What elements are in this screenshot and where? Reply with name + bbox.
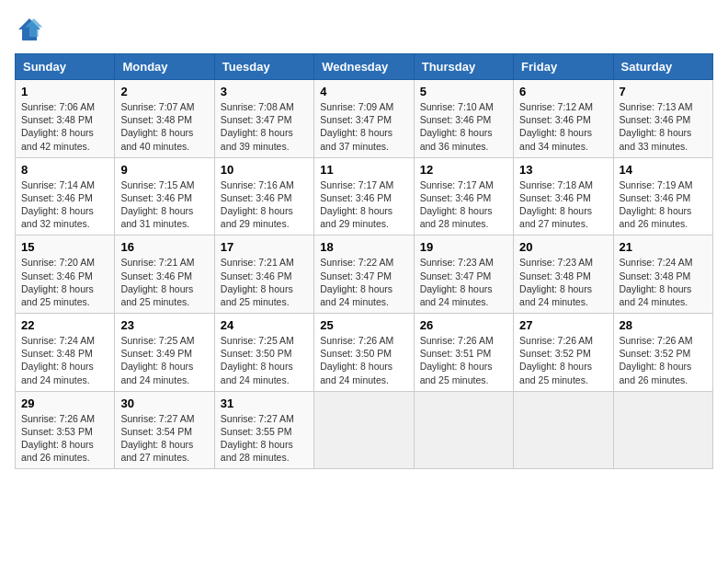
day-number: 6	[519, 85, 607, 98]
calendar-cell: 4 Sunrise: 7:09 AMSunset: 3:47 PMDayligh…	[314, 80, 414, 158]
day-number: 3	[221, 85, 308, 98]
calendar-cell: 26 Sunrise: 7:26 AMSunset: 3:51 PMDaylig…	[414, 314, 513, 392]
day-number: 11	[320, 163, 407, 177]
cell-info: Sunrise: 7:26 AMSunset: 3:51 PMDaylight:…	[420, 335, 494, 385]
day-number: 19	[420, 240, 507, 254]
day-number: 4	[320, 85, 407, 98]
week-row-5: 29 Sunrise: 7:26 AMSunset: 3:53 PMDaylig…	[16, 391, 713, 469]
day-number: 17	[221, 240, 308, 254]
day-number: 2	[120, 85, 208, 98]
cell-info: Sunrise: 7:10 AMSunset: 3:46 PMDaylight:…	[420, 101, 494, 152]
day-number: 18	[320, 240, 407, 254]
calendar-cell: 9 Sunrise: 7:15 AMSunset: 3:46 PMDayligh…	[115, 157, 214, 236]
day-number: 10	[221, 163, 308, 177]
calendar-cell: 30 Sunrise: 7:27 AMSunset: 3:54 PMDaylig…	[115, 391, 214, 469]
cell-info: Sunrise: 7:26 AMSunset: 3:52 PMDaylight:…	[620, 335, 693, 385]
calendar-cell: 10 Sunrise: 7:16 AMSunset: 3:46 PMDaylig…	[214, 157, 313, 236]
header-saturday: Saturday	[613, 54, 712, 80]
calendar-cell: 28 Sunrise: 7:26 AMSunset: 3:52 PMDaylig…	[613, 314, 712, 392]
day-number: 23	[120, 318, 208, 332]
cell-info: Sunrise: 7:16 AMSunset: 3:46 PMDaylight:…	[221, 179, 294, 230]
day-number: 1	[21, 85, 108, 98]
cell-info: Sunrise: 7:08 AMSunset: 3:47 PMDaylight:…	[221, 101, 294, 152]
week-row-2: 8 Sunrise: 7:14 AMSunset: 3:46 PMDayligh…	[16, 157, 713, 236]
cell-info: Sunrise: 7:12 AMSunset: 3:46 PMDaylight:…	[519, 101, 593, 152]
cell-info: Sunrise: 7:27 AMSunset: 3:54 PMDaylight:…	[120, 413, 194, 464]
logo-icon	[15, 15, 44, 44]
calendar-cell: 27 Sunrise: 7:26 AMSunset: 3:52 PMDaylig…	[514, 314, 613, 392]
day-number: 22	[21, 318, 108, 332]
cell-info: Sunrise: 7:24 AMSunset: 3:48 PMDaylight:…	[21, 335, 95, 385]
day-number: 5	[420, 85, 507, 98]
cell-info: Sunrise: 7:07 AMSunset: 3:48 PMDaylight:…	[120, 101, 194, 152]
week-row-3: 15 Sunrise: 7:20 AMSunset: 3:46 PMDaylig…	[16, 236, 713, 314]
calendar-cell: 12 Sunrise: 7:17 AMSunset: 3:46 PMDaylig…	[414, 157, 513, 236]
cell-info: Sunrise: 7:21 AMSunset: 3:46 PMDaylight:…	[120, 257, 194, 307]
cell-info: Sunrise: 7:23 AMSunset: 3:47 PMDaylight:…	[420, 257, 494, 307]
calendar-cell: 6 Sunrise: 7:12 AMSunset: 3:46 PMDayligh…	[514, 80, 613, 158]
cell-info: Sunrise: 7:17 AMSunset: 3:46 PMDaylight:…	[420, 179, 494, 230]
header-thursday: Thursday	[414, 54, 513, 80]
logo	[15, 15, 48, 44]
day-number: 14	[620, 163, 707, 177]
day-number: 27	[519, 318, 607, 332]
cell-info: Sunrise: 7:26 AMSunset: 3:52 PMDaylight:…	[519, 335, 593, 385]
day-number: 13	[519, 163, 607, 177]
cell-info: Sunrise: 7:26 AMSunset: 3:53 PMDaylight:…	[21, 413, 95, 464]
calendar-cell: 3 Sunrise: 7:08 AMSunset: 3:47 PMDayligh…	[214, 80, 313, 158]
calendar-cell: 13 Sunrise: 7:18 AMSunset: 3:46 PMDaylig…	[514, 157, 613, 236]
cell-info: Sunrise: 7:25 AMSunset: 3:49 PMDaylight:…	[120, 335, 194, 385]
calendar-cell: 24 Sunrise: 7:25 AMSunset: 3:50 PMDaylig…	[214, 314, 313, 392]
cell-info: Sunrise: 7:20 AMSunset: 3:46 PMDaylight:…	[21, 257, 95, 307]
page-header	[15, 15, 713, 44]
cell-info: Sunrise: 7:17 AMSunset: 3:46 PMDaylight:…	[320, 179, 393, 230]
day-number: 28	[620, 318, 707, 332]
day-number: 30	[120, 396, 208, 410]
calendar-cell: 17 Sunrise: 7:21 AMSunset: 3:46 PMDaylig…	[214, 236, 313, 314]
calendar-cell	[414, 391, 513, 469]
cell-info: Sunrise: 7:22 AMSunset: 3:47 PMDaylight:…	[320, 257, 393, 307]
week-row-4: 22 Sunrise: 7:24 AMSunset: 3:48 PMDaylig…	[16, 314, 713, 392]
calendar-cell: 22 Sunrise: 7:24 AMSunset: 3:48 PMDaylig…	[16, 314, 115, 392]
header-tuesday: Tuesday	[214, 54, 313, 80]
calendar-cell: 21 Sunrise: 7:24 AMSunset: 3:48 PMDaylig…	[613, 236, 712, 314]
calendar-table: SundayMondayTuesdayWednesdayThursdayFrid…	[15, 53, 713, 469]
cell-info: Sunrise: 7:13 AMSunset: 3:46 PMDaylight:…	[620, 101, 693, 152]
calendar-cell: 20 Sunrise: 7:23 AMSunset: 3:48 PMDaylig…	[514, 236, 613, 314]
day-number: 12	[420, 163, 507, 177]
calendar-cell: 7 Sunrise: 7:13 AMSunset: 3:46 PMDayligh…	[613, 80, 712, 158]
day-number: 31	[221, 396, 308, 410]
day-number: 29	[21, 396, 108, 410]
cell-info: Sunrise: 7:24 AMSunset: 3:48 PMDaylight:…	[620, 257, 693, 307]
cell-info: Sunrise: 7:19 AMSunset: 3:46 PMDaylight:…	[620, 179, 693, 230]
day-number: 20	[519, 240, 607, 254]
calendar-cell: 19 Sunrise: 7:23 AMSunset: 3:47 PMDaylig…	[414, 236, 513, 314]
header-friday: Friday	[514, 54, 613, 80]
calendar-cell: 1 Sunrise: 7:06 AMSunset: 3:48 PMDayligh…	[16, 80, 115, 158]
calendar-cell: 14 Sunrise: 7:19 AMSunset: 3:46 PMDaylig…	[613, 157, 712, 236]
calendar-cell: 2 Sunrise: 7:07 AMSunset: 3:48 PMDayligh…	[115, 80, 214, 158]
header-wednesday: Wednesday	[314, 54, 414, 80]
header-sunday: Sunday	[16, 54, 115, 80]
cell-info: Sunrise: 7:06 AMSunset: 3:48 PMDaylight:…	[21, 101, 95, 152]
calendar-header-row: SundayMondayTuesdayWednesdayThursdayFrid…	[16, 54, 713, 80]
calendar-cell: 16 Sunrise: 7:21 AMSunset: 3:46 PMDaylig…	[115, 236, 214, 314]
cell-info: Sunrise: 7:27 AMSunset: 3:55 PMDaylight:…	[221, 413, 294, 464]
calendar-cell	[613, 391, 712, 469]
calendar-cell: 15 Sunrise: 7:20 AMSunset: 3:46 PMDaylig…	[16, 236, 115, 314]
calendar-cell: 25 Sunrise: 7:26 AMSunset: 3:50 PMDaylig…	[314, 314, 414, 392]
week-row-1: 1 Sunrise: 7:06 AMSunset: 3:48 PMDayligh…	[16, 80, 713, 158]
day-number: 26	[420, 318, 507, 332]
calendar-cell	[514, 391, 613, 469]
day-number: 7	[620, 85, 707, 98]
cell-info: Sunrise: 7:25 AMSunset: 3:50 PMDaylight:…	[221, 335, 294, 385]
calendar-cell: 23 Sunrise: 7:25 AMSunset: 3:49 PMDaylig…	[115, 314, 214, 392]
cell-info: Sunrise: 7:23 AMSunset: 3:48 PMDaylight:…	[519, 257, 593, 307]
calendar-cell: 18 Sunrise: 7:22 AMSunset: 3:47 PMDaylig…	[314, 236, 414, 314]
cell-info: Sunrise: 7:21 AMSunset: 3:46 PMDaylight:…	[221, 257, 294, 307]
calendar-cell: 29 Sunrise: 7:26 AMSunset: 3:53 PMDaylig…	[16, 391, 115, 469]
day-number: 25	[320, 318, 407, 332]
day-number: 16	[120, 240, 208, 254]
header-monday: Monday	[115, 54, 214, 80]
cell-info: Sunrise: 7:26 AMSunset: 3:50 PMDaylight:…	[320, 335, 393, 385]
